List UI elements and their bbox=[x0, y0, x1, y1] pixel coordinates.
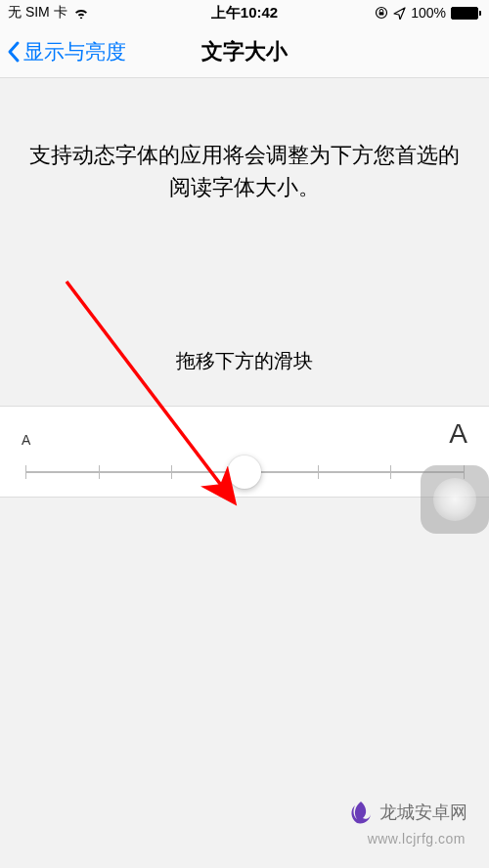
chevron-left-icon bbox=[6, 40, 22, 64]
brand-logo-icon bbox=[348, 800, 374, 825]
slider-thumb[interactable] bbox=[228, 456, 261, 489]
nav-bar: 显示与亮度 文字大小 bbox=[0, 25, 489, 78]
slider-tick bbox=[99, 465, 100, 479]
watermark-url: www.lcjrfg.com bbox=[368, 831, 466, 846]
slider-tick bbox=[390, 465, 391, 479]
watermark-brand: 龙城安卓网 bbox=[348, 800, 467, 825]
status-bar: 无 SIM 卡 上午10:42 100% bbox=[0, 0, 489, 25]
status-left: 无 SIM 卡 bbox=[8, 4, 89, 22]
slider-tick bbox=[171, 465, 172, 479]
slider-labels: A A bbox=[22, 420, 467, 448]
slider-max-label: A bbox=[449, 420, 467, 448]
text-size-slider-panel: A A bbox=[0, 406, 489, 498]
slider-min-label: A bbox=[22, 432, 30, 448]
orientation-lock-icon bbox=[375, 6, 388, 20]
back-button[interactable]: 显示与亮度 bbox=[6, 38, 126, 65]
slider-tick bbox=[25, 465, 26, 479]
assistive-touch-inner-icon bbox=[433, 478, 476, 521]
carrier-text: 无 SIM 卡 bbox=[8, 4, 67, 22]
page-title: 文字大小 bbox=[201, 37, 288, 66]
wifi-icon bbox=[73, 7, 89, 19]
status-right: 100% bbox=[375, 5, 481, 21]
status-time: 上午10:42 bbox=[211, 4, 278, 22]
assistive-touch-button[interactable] bbox=[421, 465, 489, 534]
text-size-slider[interactable] bbox=[22, 456, 467, 491]
instruction-text: 拖移下方的滑块 bbox=[0, 348, 489, 374]
battery-percent: 100% bbox=[411, 5, 446, 21]
location-arrow-icon bbox=[393, 7, 406, 20]
content: 支持动态字体的应用将会调整为下方您首选的阅读字体大小。 拖移下方的滑块 A A … bbox=[0, 78, 489, 868]
description-text: 支持动态字体的应用将会调整为下方您首选的阅读字体大小。 bbox=[0, 78, 489, 203]
slider-tick bbox=[318, 465, 319, 479]
battery-icon bbox=[451, 7, 481, 20]
svg-rect-1 bbox=[379, 12, 384, 15]
back-label: 显示与亮度 bbox=[23, 38, 126, 65]
watermark-brand-text: 龙城安卓网 bbox=[379, 801, 467, 824]
